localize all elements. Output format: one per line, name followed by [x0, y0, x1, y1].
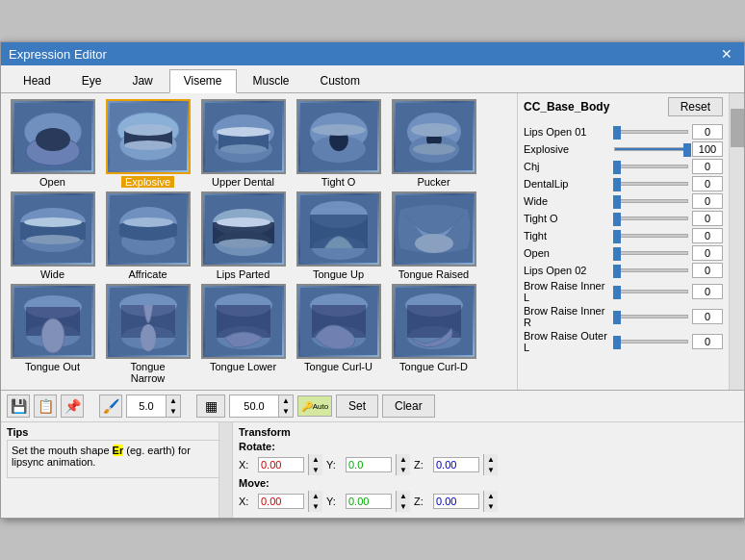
viseme-pucker[interactable]: Pucker: [388, 99, 479, 188]
tool-copy-button[interactable]: 📋: [34, 395, 57, 418]
move-x-up[interactable]: ▲: [309, 491, 322, 501]
tab-muscle[interactable]: Muscle: [239, 69, 304, 92]
slider-thumb-10[interactable]: [613, 311, 621, 324]
slider-track-5[interactable]: [614, 216, 688, 220]
move-x-input[interactable]: [258, 494, 304, 509]
slider-track-10[interactable]: [614, 315, 688, 318]
slider-track-8[interactable]: [614, 268, 688, 272]
scale-up[interactable]: ▲: [167, 395, 180, 406]
slider-track-7[interactable]: [614, 251, 688, 255]
svg-point-9: [124, 140, 172, 150]
rotate-z-input[interactable]: [433, 457, 479, 472]
svg-point-58: [141, 324, 156, 351]
scrollbar-thumb[interactable]: [731, 109, 744, 147]
scale-down[interactable]: ▼: [167, 406, 180, 417]
slider-value-5[interactable]: [692, 211, 723, 226]
slider-thumb-2[interactable]: [613, 161, 621, 174]
move-z-input[interactable]: [433, 494, 479, 509]
move-z-up[interactable]: ▲: [484, 491, 498, 501]
rotate-x-input[interactable]: [258, 457, 304, 472]
blend-down[interactable]: ▼: [279, 406, 293, 417]
tips-scrollbar[interactable]: [218, 422, 232, 518]
slider-value-0[interactable]: [692, 124, 723, 140]
tab-jaw[interactable]: Jaw: [117, 69, 167, 92]
slider-value-1[interactable]: [692, 141, 723, 157]
move-y-down[interactable]: ▼: [397, 501, 410, 512]
viseme-lips-parted[interactable]: Lips Parted: [197, 191, 289, 280]
slider-thumb-7[interactable]: [613, 247, 621, 261]
rotate-y-input[interactable]: [346, 457, 392, 472]
slider-value-6[interactable]: [692, 228, 723, 243]
slider-thumb-9[interactable]: [613, 286, 621, 299]
slider-value-9[interactable]: [692, 284, 723, 299]
slider-track-4[interactable]: [614, 199, 688, 203]
viseme-tongue-lower[interactable]: Tongue Lower: [197, 284, 289, 384]
tool-blend-icon[interactable]: ▦: [196, 395, 225, 418]
rotate-z-up[interactable]: ▲: [484, 454, 498, 465]
tab-head[interactable]: Head: [9, 69, 65, 92]
tab-eye[interactable]: Eye: [67, 69, 116, 92]
slider-value-7[interactable]: [692, 245, 723, 261]
tool-save-button[interactable]: 💾: [7, 395, 30, 418]
viseme-open[interactable]: Open: [7, 99, 98, 188]
set-button[interactable]: Set: [336, 395, 378, 418]
slider-track-2[interactable]: [614, 165, 688, 168]
slider-track-9[interactable]: [614, 290, 688, 293]
viseme-tongue-curl-u[interactable]: Tongue Curl-U: [293, 284, 384, 384]
rotate-x-up[interactable]: ▲: [309, 454, 322, 465]
viseme-upper-dental[interactable]: Upper Dental: [197, 99, 289, 188]
tool-paste-button[interactable]: 📌: [61, 395, 84, 418]
viseme-tongue-out[interactable]: Tongue Out: [7, 284, 98, 384]
slider-value-2[interactable]: [692, 159, 723, 174]
auto-button[interactable]: 🔑Auto: [297, 395, 332, 417]
rotate-y-up[interactable]: ▲: [397, 454, 410, 465]
viseme-explosive[interactable]: Explosive: [102, 99, 193, 188]
slider-thumb-5[interactable]: [613, 213, 621, 226]
scale-input[interactable]: 5.0: [127, 398, 166, 414]
reset-button[interactable]: Reset: [668, 97, 723, 116]
tab-custom[interactable]: Custom: [306, 69, 374, 92]
slider-value-4[interactable]: [692, 193, 723, 209]
slider-thumb-1[interactable]: [683, 143, 691, 157]
move-z-down[interactable]: ▼: [484, 501, 498, 512]
slider-thumb-8[interactable]: [613, 265, 621, 278]
slider-thumb-6[interactable]: [613, 230, 621, 243]
slider-value-8[interactable]: [692, 263, 723, 278]
move-y-input[interactable]: [346, 494, 392, 509]
slider-thumb-4[interactable]: [613, 195, 621, 209]
rotate-z-down[interactable]: ▼: [484, 465, 498, 475]
slider-value-10[interactable]: [692, 309, 723, 324]
blend-up[interactable]: ▲: [279, 395, 293, 406]
slider-track-0[interactable]: [614, 130, 688, 134]
slider-value-3[interactable]: [692, 176, 723, 191]
slider-thumb-0[interactable]: [613, 126, 621, 140]
slider-value-11[interactable]: [692, 334, 723, 349]
close-button[interactable]: ✕: [717, 46, 736, 62]
rotate-z-arrows: ▲ ▼: [483, 454, 498, 475]
slider-track-11[interactable]: [614, 340, 688, 344]
move-x-down[interactable]: ▼: [309, 501, 322, 512]
move-y-arrows: ▲ ▼: [396, 491, 410, 512]
tab-viseme[interactable]: Viseme: [169, 69, 237, 93]
clear-button[interactable]: Clear: [382, 395, 435, 418]
viseme-tight-o[interactable]: Tight O: [293, 99, 384, 188]
blend-input[interactable]: 50.0: [230, 398, 278, 414]
viseme-affricate[interactable]: Affricate: [102, 191, 193, 280]
viseme-tongue-curl-d[interactable]: Tongue Curl-D: [388, 284, 479, 384]
viseme-tongue-narrow[interactable]: TongueNarrow: [102, 284, 193, 384]
right-panel-scrollbar[interactable]: [729, 93, 744, 390]
tips-highlight: Er: [113, 445, 124, 456]
slider-track-1[interactable]: [614, 147, 688, 151]
slider-track-3[interactable]: [614, 182, 688, 186]
viseme-tongue-raised[interactable]: Tongue Raised: [388, 191, 479, 280]
rotate-y-down[interactable]: ▼: [397, 465, 410, 475]
viseme-wide[interactable]: Wide: [7, 191, 98, 280]
viseme-tongue-up[interactable]: Tongue Up: [293, 191, 384, 280]
rotate-x-down[interactable]: ▼: [309, 465, 322, 475]
tool-brush-button[interactable]: 🖌️: [99, 395, 122, 418]
viseme-explosive-label: Explosive: [121, 176, 174, 188]
slider-thumb-3[interactable]: [613, 178, 621, 191]
slider-track-6[interactable]: [614, 234, 688, 238]
move-y-up[interactable]: ▲: [397, 491, 410, 501]
slider-thumb-11[interactable]: [613, 336, 621, 349]
